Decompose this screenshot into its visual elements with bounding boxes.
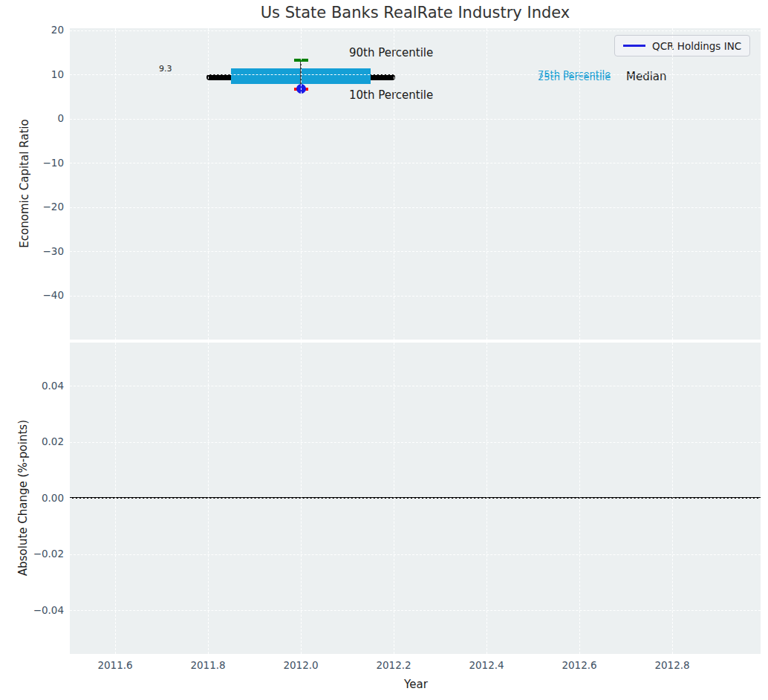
legend-label: QCR Holdings INC [652, 40, 741, 52]
x-tick-label: 2012.8 [639, 659, 706, 671]
x-tick-label: 2011.6 [82, 659, 149, 671]
x-tick-label: 2012.6 [546, 659, 613, 671]
x-tick-label: 2012.2 [360, 659, 427, 671]
gridline-horizontal [70, 207, 761, 208]
top-plot-area: 9.3 90th Percentile 10th Percentile 75th… [70, 28, 761, 340]
median-annotation: Median [626, 70, 667, 83]
gridline-horizontal [70, 554, 761, 555]
gridline-horizontal [70, 74, 761, 75]
y-tick-label: −10 [0, 157, 64, 169]
x-tick-label: 2011.8 [175, 659, 241, 671]
y-tick-label: 0.04 [0, 380, 64, 392]
gridline-horizontal [70, 119, 761, 120]
y-tick-label: −40 [0, 289, 64, 302]
x-tick-label: 2012.4 [453, 659, 520, 671]
x-tick-label: 2012.0 [267, 659, 334, 671]
gridline-horizontal [70, 386, 761, 386]
legend-line-sample [623, 45, 645, 47]
y-tick-label: 0.02 [0, 435, 64, 448]
p25-annotation: 25th Percentile [538, 71, 611, 82]
x-axis-label: Year [371, 678, 461, 691]
figure: Us State Banks RealRate Industry Index 9… [0, 0, 768, 700]
gridline-horizontal [70, 251, 761, 252]
y-tick-label: −0.02 [0, 548, 64, 560]
gridline-horizontal [70, 442, 761, 443]
y-tick-label: 10 [0, 68, 64, 81]
gridline-horizontal [70, 163, 761, 163]
y-tick-label: 0.00 [0, 492, 64, 505]
y-tick-label: −30 [0, 245, 64, 258]
p10-annotation: 10th Percentile [349, 88, 433, 102]
y-tick-label: 20 [0, 24, 64, 36]
y-tick-label: 0 [0, 112, 64, 125]
gridline-horizontal [70, 610, 761, 611]
gridline-horizontal [70, 30, 761, 31]
bottom-plot-area [70, 343, 761, 654]
gridline-horizontal [70, 498, 761, 499]
y-tick-label: −20 [0, 201, 64, 213]
median-value-annotation: 9.3 [159, 64, 172, 74]
chart-title: Us State Banks RealRate Industry Index [70, 4, 761, 22]
legend: QCR Holdings INC [614, 35, 750, 56]
y-tick-label: −0.04 [0, 604, 64, 617]
top-y-axis-label: Economic Capital Ratio [18, 119, 31, 247]
p90-annotation: 90th Percentile [349, 46, 433, 59]
gridline-horizontal [70, 296, 761, 296]
